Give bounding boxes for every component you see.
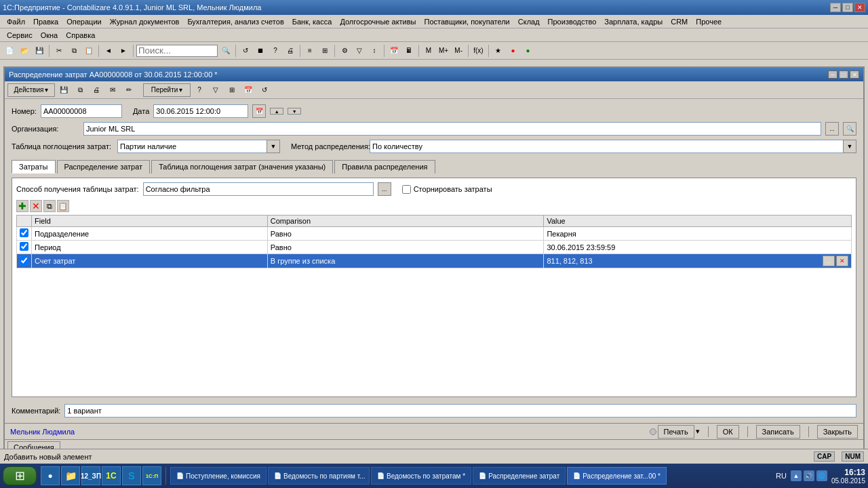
print-tb-btn[interactable]: 🖨 <box>283 44 297 58</box>
author-link[interactable]: Мельник Людмила <box>10 428 75 436</box>
row1-comparison[interactable]: Равно <box>267 227 544 241</box>
add-filter-btn[interactable]: ✚ <box>16 200 28 212</box>
close-doc-button[interactable]: Закрыть <box>817 425 858 439</box>
stop-btn[interactable]: ⏹ <box>254 44 267 58</box>
row1-value[interactable]: Пекарня <box>544 227 852 241</box>
edit-filter-btn[interactable]: ⧉ <box>43 200 56 212</box>
row1-field[interactable]: Подразделение <box>32 227 268 241</box>
extra2-btn[interactable]: M+ <box>437 44 450 58</box>
comment-input[interactable] <box>64 404 856 418</box>
row3-comparison[interactable]: В группе из списка <box>267 254 544 268</box>
green-btn[interactable]: ● <box>521 44 535 58</box>
paste-filter-btn[interactable]: 📋 <box>57 200 69 212</box>
row3-checkbox[interactable] <box>20 256 28 265</box>
new-btn[interactable]: 📄 <box>3 44 16 58</box>
cut-btn[interactable]: ✂ <box>52 44 66 58</box>
row2-value[interactable]: 30.06.2015 23:59:59 <box>544 241 852 254</box>
data-calendar-btn[interactable]: 📅 <box>252 104 266 118</box>
org-input[interactable] <box>83 122 821 136</box>
extra1-btn[interactable]: M <box>422 44 435 58</box>
row3-field[interactable]: Счет затрат <box>32 254 268 268</box>
menu-warehouse[interactable]: Склад <box>514 16 544 27</box>
print-arrow[interactable]: ▾ <box>696 427 700 436</box>
copy-btn[interactable]: ⧉ <box>67 44 81 58</box>
tray-icon2[interactable]: 🔊 <box>804 470 814 481</box>
tray-icon3[interactable]: 🌐 <box>816 470 827 481</box>
taskbar-1c-icon[interactable]: 1С <box>102 466 121 485</box>
doc-save-btn[interactable]: 💾 <box>56 83 71 97</box>
menu-windows[interactable]: Окна <box>37 30 62 41</box>
paste-btn[interactable]: 📋 <box>82 44 96 58</box>
taskbar-12zp-icon[interactable]: 12_ЗП <box>81 466 100 485</box>
menu-other[interactable]: Прочее <box>692 16 726 27</box>
doc-maximize-btn[interactable]: □ <box>839 70 848 79</box>
menu-bank[interactable]: Банк, касса <box>288 16 336 27</box>
actions-dropdown[interactable]: Действия ▾ <box>7 83 55 97</box>
org-expand-btn[interactable]: ... <box>825 122 839 136</box>
sttorno-checkbox[interactable] <box>402 185 411 194</box>
metod-input[interactable] <box>370 140 856 153</box>
print-button[interactable]: Печать <box>658 425 694 439</box>
save-tb-btn[interactable]: 💾 <box>33 44 46 58</box>
red-btn[interactable]: ● <box>507 44 520 58</box>
data-down-btn[interactable]: ▼ <box>288 108 301 115</box>
menu-operations[interactable]: Операции <box>62 16 105 27</box>
forward-btn[interactable]: ► <box>117 44 130 58</box>
doc-close-btn[interactable]: ✕ <box>850 70 859 79</box>
navigate-dropdown[interactable]: Перейти ▾ <box>143 83 191 97</box>
table-poglosh-dropdown-btn[interactable]: ▼ <box>267 140 280 153</box>
doc-edit-btn[interactable]: ✏ <box>121 83 136 97</box>
taskbar-item-4[interactable]: 📄 Распределение зат...00 * <box>567 467 667 485</box>
taskbar-skype-icon[interactable]: S <box>122 466 141 485</box>
data-input[interactable] <box>153 104 248 118</box>
tab-table-znach[interactable]: Таблица поглощения затрат (значения указ… <box>151 160 333 174</box>
tree-btn[interactable]: ⊞ <box>318 44 332 58</box>
taskbar-item-2[interactable]: 📄 Ведомость по затратам * <box>371 467 471 485</box>
table-poglosh-input[interactable] <box>117 140 280 153</box>
sposob-input[interactable] <box>143 182 374 196</box>
menu-accounting[interactable]: Бухгалтерия, анализ счетов <box>183 16 288 27</box>
sort-btn[interactable]: ↕ <box>368 44 381 58</box>
menu-suppliers[interactable]: Поставщики, покупатели <box>420 16 514 27</box>
taskbar-1cpred-icon[interactable]: 1С:П <box>142 466 161 485</box>
row2-comparison[interactable]: Равно <box>267 241 544 254</box>
maximize-button[interactable]: □ <box>842 3 853 12</box>
taskbar-folder-icon[interactable]: 📁 <box>61 466 80 485</box>
menu-file[interactable]: Файл <box>3 16 29 27</box>
tray-icon1[interactable]: ▲ <box>791 470 802 481</box>
calc-btn[interactable]: 🖩 <box>402 44 416 58</box>
help-btn[interactable]: ? <box>269 44 282 58</box>
formula-btn[interactable]: f(x) <box>471 44 485 58</box>
ok-button[interactable]: ОК <box>717 425 739 439</box>
menu-crm[interactable]: CRM <box>667 16 692 27</box>
settings-btn[interactable]: ⚙ <box>338 44 351 58</box>
menu-assets[interactable]: Долгосрочные активы <box>336 16 420 27</box>
menu-production[interactable]: Производство <box>544 16 601 27</box>
refresh-btn[interactable]: ↺ <box>239 44 252 58</box>
row2-checkbox[interactable] <box>20 242 28 251</box>
tab-pravila[interactable]: Правила распределения <box>334 160 435 174</box>
menu-help[interactable]: Справка <box>62 30 99 41</box>
doc-help-btn[interactable]: ? <box>192 83 207 97</box>
row3-value-btn[interactable]: ... <box>823 256 835 266</box>
doc-filter-btn[interactable]: ▽ <box>208 83 223 97</box>
doc-print-btn[interactable]: 🖨 <box>89 83 104 97</box>
remove-filter-btn[interactable]: ✕ <box>30 200 42 212</box>
doc-refresh-btn[interactable]: ↺ <box>257 83 272 97</box>
row1-checkbox[interactable] <box>20 228 28 237</box>
star-btn[interactable]: ★ <box>492 44 505 58</box>
tab-rasp-zatrat[interactable]: Распределение затрат <box>57 160 151 174</box>
taskbar-item-0[interactable]: 📄 Поступление, комиссия <box>170 467 267 485</box>
search-input[interactable] <box>136 45 218 57</box>
data-up-btn[interactable]: ▲ <box>270 108 283 115</box>
row3-clear-btn[interactable]: ✕ <box>836 256 848 266</box>
doc-copy-btn[interactable]: ⧉ <box>73 83 87 97</box>
save-button[interactable]: Записать <box>756 425 800 439</box>
menu-edit[interactable]: Правка <box>29 16 62 27</box>
minimize-button[interactable]: ─ <box>830 3 841 12</box>
org-search-btn[interactable]: 🔍 <box>843 122 856 136</box>
taskbar-item-3[interactable]: 📄 Распределение затрат <box>473 467 566 485</box>
calendar-btn[interactable]: 📅 <box>387 44 401 58</box>
search-btn[interactable]: 🔍 <box>219 44 233 58</box>
doc-minimize-btn[interactable]: ─ <box>828 70 837 79</box>
